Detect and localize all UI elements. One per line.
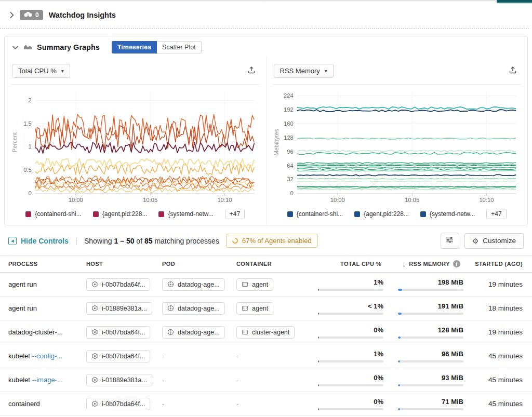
pod-empty: -	[162, 400, 164, 408]
process-args-link[interactable]: --config-...	[32, 352, 63, 360]
tab-scatter-plot[interactable]: Scatter Plot	[157, 41, 202, 53]
legend-item[interactable]: {agent,pid:228...	[354, 210, 409, 218]
chevron-right-icon[interactable]	[9, 11, 14, 19]
cpu-metric-dropdown[interactable]: Total CPU % ▾	[12, 64, 70, 78]
container-cell: agent	[236, 278, 318, 291]
series-mem-67	[297, 164, 515, 165]
chevron-down-icon[interactable]	[12, 45, 19, 50]
column-header-pod[interactable]: POD	[162, 261, 236, 267]
memory-value: 191 MiB	[438, 302, 463, 310]
cpu-bar	[318, 384, 383, 386]
host-pill[interactable]: i-01889e381a...	[86, 302, 152, 315]
host-pill[interactable]: i-01889e381a...	[86, 374, 152, 386]
summary-graphs-header: Summary Graphs Timeseries Scatter Plot	[5, 36, 527, 58]
svg-text:10:00: 10:00	[69, 197, 83, 203]
memory-metric-dropdown[interactable]: RSS Memory ▾	[274, 64, 334, 78]
started-cell: 45 minutes	[467, 400, 532, 408]
host-icon	[91, 281, 98, 288]
host-pill-label: i-0b07bda64f...	[102, 281, 145, 288]
column-header-process[interactable]: PROCESS	[8, 261, 86, 267]
legend-item[interactable]: {containerd-shi...	[25, 210, 81, 218]
legend-more-button[interactable]: +47	[225, 209, 245, 219]
table-row[interactable]: containerdi-0b07bda64f...--0%71 MiB45 mi…	[0, 392, 532, 416]
process-name: kubelet	[8, 376, 32, 384]
legend-item[interactable]: {containerd-shi...	[287, 210, 343, 218]
legend-item[interactable]: {systemd-netw...	[420, 210, 475, 218]
memory-cell: 71 MiB	[388, 398, 467, 410]
cpu-timeseries-chart[interactable]: Percent00.511.5210:0010:0510:10	[11, 85, 260, 207]
column-header-host[interactable]: HOST	[86, 261, 162, 267]
process-args-link[interactable]: --image-...	[32, 376, 63, 384]
memory-bar	[398, 384, 463, 386]
svg-text:128: 128	[284, 134, 294, 141]
column-header-mem[interactable]: ↓RSS MEMORYi	[388, 260, 467, 268]
container-pill[interactable]: agent	[236, 278, 273, 291]
process-cell[interactable]: kubelet --config-...	[8, 352, 86, 360]
cpu-chart-legend: {containerd-shi...{agent,pid:228...{syst…	[11, 207, 260, 225]
series-mem-teal-196	[297, 107, 515, 109]
customize-label: Customize	[483, 237, 516, 245]
column-header-label: TOTAL CPU %	[340, 261, 381, 267]
host-pill[interactable]: i-0b07bda64f...	[86, 278, 150, 291]
pod-pill-label: datadog-age...	[178, 305, 220, 312]
sort-descending-icon: ↓	[402, 260, 406, 268]
pod-pill[interactable]: datadog-age...	[162, 302, 225, 315]
binoculars-icon	[24, 11, 32, 19]
export-icon[interactable]	[506, 65, 520, 77]
legend-item[interactable]: {systemd-netw...	[158, 210, 213, 218]
processes-table: PROCESSHOSTPODCONTAINERTOTAL CPU %↓RSS M…	[0, 255, 532, 417]
process-cell[interactable]: containerd	[8, 400, 86, 408]
series-mem-64	[297, 165, 515, 166]
svg-text:0.5: 0.5	[23, 167, 32, 173]
series-mem-34	[297, 178, 515, 179]
cpu-chart-panel: Total CPU % ▾ Percent00.511.5210:0010:05…	[5, 58, 266, 225]
legend-more-button[interactable]: +47	[486, 209, 506, 219]
info-icon[interactable]: i	[453, 260, 460, 267]
table-row[interactable]: datadog-cluster-...i-0b07bda64f...datado…	[0, 320, 532, 344]
summary-graphs-panel: Summary Graphs Timeseries Scatter Plot T…	[4, 36, 528, 225]
host-icon	[91, 376, 98, 383]
column-header-container[interactable]: CONTAINER	[236, 261, 318, 267]
host-pill-label: i-0b07bda64f...	[102, 353, 145, 360]
table-row[interactable]: agent runi-01889e381a...datadog-age...ag…	[0, 297, 532, 320]
hide-controls-button[interactable]: ◂ Hide Controls	[8, 237, 69, 245]
table-row[interactable]: agent runi-0b07bda64f...datadog-age...ag…	[0, 273, 532, 297]
column-header-cpu[interactable]: TOTAL CPU %	[318, 261, 388, 267]
memory-timeseries-chart[interactable]: Mebibytes032649612816019222410:0010:0510…	[273, 85, 522, 207]
table-row[interactable]: kubelet --image-...i-01889e381a...--0%93…	[0, 368, 532, 392]
watchdog-badge[interactable]: 0	[20, 10, 43, 20]
table-row[interactable]: kubelet --config-...i-0b07bda64f...--1%9…	[0, 344, 532, 368]
process-cell[interactable]: datadog-cluster-...	[8, 328, 86, 336]
container-pill[interactable]: cluster-agent	[236, 326, 295, 339]
display-options-button[interactable]	[441, 233, 459, 249]
cpu-bar	[318, 313, 383, 315]
agents-enabled-pill[interactable]: 67% of Agents enabled	[226, 234, 318, 248]
customize-button[interactable]: ⚙ Customize	[464, 233, 524, 249]
legend-label: {systemd-netw...	[430, 210, 475, 218]
cpu-bar-fill	[318, 289, 319, 291]
showing-total: 85	[144, 237, 153, 245]
container-cell: -	[236, 352, 318, 361]
svg-text:64: 64	[287, 163, 293, 169]
host-pill[interactable]: i-0b07bda64f...	[86, 398, 150, 410]
process-cell[interactable]: agent run	[8, 304, 86, 312]
svg-text:10:10: 10:10	[217, 197, 232, 203]
pod-pill[interactable]: datadog-age...	[162, 326, 225, 339]
memory-cell: 128 MiB	[388, 326, 467, 339]
pod-cell: -	[162, 399, 236, 409]
process-name: agent run	[8, 304, 37, 312]
pod-pill[interactable]: datadog-age...	[162, 278, 225, 291]
tab-timeseries[interactable]: Timeseries	[112, 41, 157, 53]
host-pill[interactable]: i-0b07bda64f...	[86, 326, 150, 339]
series-mem-navy-42	[297, 174, 515, 176]
legend-item[interactable]: {agent,pid:228...	[93, 210, 148, 218]
export-icon[interactable]	[244, 65, 259, 77]
host-pill[interactable]: i-0b07bda64f...	[86, 350, 150, 362]
container-pill[interactable]: agent	[236, 302, 273, 315]
series-mem-13	[297, 187, 515, 189]
caret-down-icon: ▾	[61, 68, 64, 74]
process-cell[interactable]: kubelet --image-...	[8, 376, 86, 384]
column-header-started[interactable]: STARTED (AGO)	[467, 261, 532, 267]
legend-label: {systemd-netw...	[168, 210, 213, 218]
process-cell[interactable]: agent run	[8, 280, 86, 288]
